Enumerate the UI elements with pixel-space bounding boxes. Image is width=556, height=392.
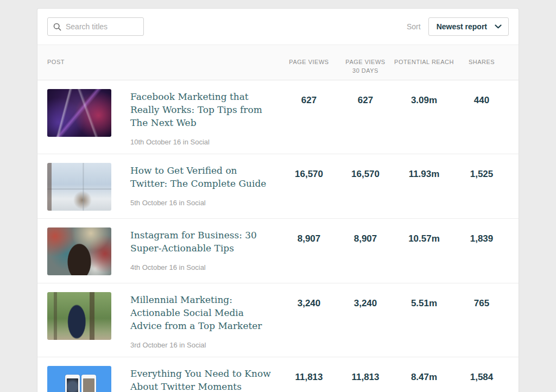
table-header: POST PAGE VIEWS PAGE VIEWS 30 DAYS POTEN… xyxy=(37,45,519,80)
post-title[interactable]: Everything You Need to Know About Twitte… xyxy=(130,367,277,392)
post-cell: How to Get Verified on Twitter: The Comp… xyxy=(47,154,281,218)
page-views-value: 11,813 xyxy=(281,357,337,392)
post-thumbnail[interactable] xyxy=(47,366,111,392)
post-title[interactable]: How to Get Verified on Twitter: The Comp… xyxy=(130,164,277,190)
post-title[interactable]: Millennial Marketing: Actionable Social … xyxy=(130,293,277,332)
table-row: Millennial Marketing: Actionable Social … xyxy=(37,283,519,357)
phone-graphic xyxy=(65,375,80,392)
search-input[interactable] xyxy=(66,22,138,31)
column-header-shares: SHARES xyxy=(454,45,509,80)
search-box[interactable] xyxy=(47,17,144,36)
post-title[interactable]: Facebook Marketing that Really Works: To… xyxy=(130,90,277,129)
potential-reach-value: 3.09m xyxy=(394,80,454,154)
shares-value: 440 xyxy=(454,80,509,154)
table-row: How to Get Verified on Twitter: The Comp… xyxy=(37,154,519,219)
post-date: 10th October 16 in Social xyxy=(130,138,277,146)
post-thumbnail[interactable] xyxy=(47,227,111,275)
sort-label: Sort xyxy=(407,22,421,31)
shares-value: 765 xyxy=(454,283,509,357)
sort-selected-value: Newest report xyxy=(437,22,487,31)
posts-analytics-card: Sort Newest report POST PAGE VIEWS PAGE … xyxy=(37,8,519,392)
post-date: 5th October 16 in Social xyxy=(130,199,277,207)
potential-reach-value: 10.57m xyxy=(394,219,454,283)
table-row: Instagram for Business: 30 Super-Actiona… xyxy=(37,219,519,283)
column-header-post: POST xyxy=(47,45,281,80)
search-icon xyxy=(53,23,61,31)
chevron-down-icon xyxy=(495,24,502,29)
toolbar: Sort Newest report xyxy=(37,9,519,45)
post-thumbnail[interactable] xyxy=(47,89,111,137)
shares-value: 1,525 xyxy=(454,154,509,218)
page-views-value: 3,240 xyxy=(281,283,337,357)
shares-value: 1,584 xyxy=(454,357,509,392)
shares-value: 1,839 xyxy=(454,219,509,283)
post-date: 3rd October 16 in Social xyxy=(130,341,277,349)
post-cell: Instagram for Business: 30 Super-Actiona… xyxy=(47,219,281,283)
page-views-30-value: 16,570 xyxy=(337,154,394,218)
table-row: Facebook Marketing that Really Works: To… xyxy=(37,80,519,154)
post-cell: Millennial Marketing: Actionable Social … xyxy=(47,283,281,357)
page-views-30-value: 11,813 xyxy=(337,357,394,392)
page-views-30-value: 627 xyxy=(337,80,394,154)
post-cell: Facebook Marketing that Really Works: To… xyxy=(47,80,281,154)
potential-reach-value: 5.51m xyxy=(394,283,454,357)
page-views-30-value: 3,240 xyxy=(337,283,394,357)
column-header-potential-reach: POTENTIAL REACH xyxy=(394,45,454,80)
post-cell: Everything You Need to Know About Twitte… xyxy=(47,357,281,392)
page-views-30-value: 8,907 xyxy=(337,219,394,283)
post-title[interactable]: Instagram for Business: 30 Super-Actiona… xyxy=(130,229,277,255)
potential-reach-value: 8.47m xyxy=(394,357,454,392)
sort-dropdown[interactable]: Newest report xyxy=(428,17,509,36)
column-header-page-views: PAGE VIEWS xyxy=(281,45,337,80)
post-date: 4th October 16 in Social xyxy=(130,263,277,271)
page-views-value: 16,570 xyxy=(281,154,337,218)
column-header-page-views-30-days: PAGE VIEWS 30 DAYS xyxy=(337,45,394,80)
post-thumbnail[interactable] xyxy=(47,163,111,211)
potential-reach-value: 11.93m xyxy=(394,154,454,218)
page-views-value: 627 xyxy=(281,80,337,154)
table-row: Everything You Need to Know About Twitte… xyxy=(37,357,519,392)
sort-control: Sort Newest report xyxy=(407,17,509,36)
post-thumbnail[interactable] xyxy=(47,292,111,340)
phone-graphic xyxy=(81,375,96,392)
page-views-value: 8,907 xyxy=(281,219,337,283)
